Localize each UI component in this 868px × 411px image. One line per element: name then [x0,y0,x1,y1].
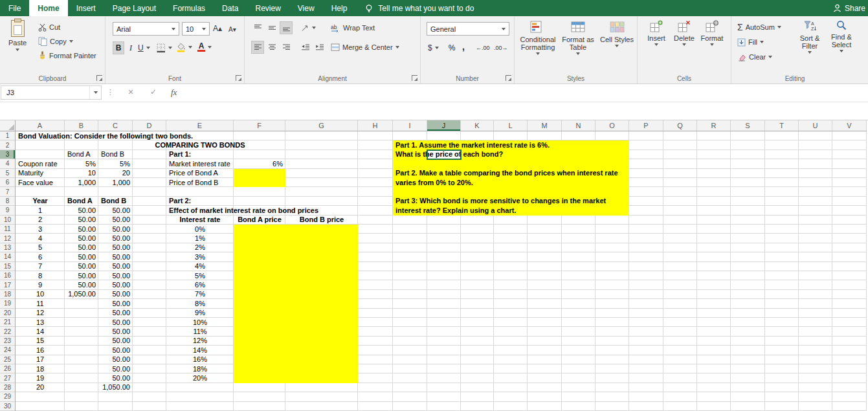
font-size-combo[interactable]: 10 [182,22,210,36]
column-header-M[interactable]: M [528,120,562,131]
cell-F10[interactable]: Bond A price [234,216,285,225]
cell-B12[interactable]: 50.00 [65,234,98,243]
tab-insert[interactable]: Insert [68,0,104,16]
cell-C12[interactable]: 50.00 [98,234,133,243]
cell-C10[interactable]: 50.00 [98,216,133,225]
cell-A22[interactable]: 14 [16,327,65,336]
cell-A8[interactable]: Year [16,197,65,206]
column-header-E[interactable]: E [166,120,234,131]
cell-E17[interactable]: 6% [166,280,234,289]
cell-A19[interactable]: 11 [16,299,65,308]
find-select-button[interactable]: Find & Select [827,20,856,52]
tab-view[interactable]: View [289,0,323,16]
name-box-dropdown[interactable] [89,86,101,99]
row-header-4[interactable]: 4 [0,159,15,168]
row-header-10[interactable]: 10 [0,216,15,225]
row-header-12[interactable]: 12 [0,234,15,243]
cell-B17[interactable]: 50.00 [65,280,98,289]
bottom-align-button[interactable] [280,21,293,34]
cell-A26[interactable]: 18 [16,364,65,373]
cell-A23[interactable]: 15 [16,337,65,346]
number-format-combo[interactable]: General [427,22,509,36]
row-header-24[interactable]: 24 [0,346,15,355]
delete-cells-button[interactable]: Delete [671,20,697,46]
cell-C14[interactable]: 50.00 [98,252,133,261]
row-header-19[interactable]: 19 [0,299,15,308]
cell-E6[interactable]: Price of Bond B [166,178,234,187]
cell-C6[interactable]: 1,000 [98,178,133,187]
column-header-R[interactable]: R [697,120,731,131]
percent-style-button[interactable]: % [447,41,457,54]
clipboard-dialog-launcher[interactable] [96,75,102,81]
row-header-27[interactable]: 27 [0,373,15,383]
cell-B14[interactable]: 50.00 [65,252,98,261]
row-header-7[interactable]: 7 [0,187,15,196]
column-header-A[interactable]: A [16,120,65,131]
font-color-button[interactable]: A [195,41,214,54]
cell-B15[interactable]: 50.00 [65,262,98,271]
copy-button[interactable]: Copy [36,35,75,48]
row-header-6[interactable]: 6 [0,178,15,187]
cell-B16[interactable]: 50.00 [65,271,98,280]
cell-E20[interactable]: 9% [166,309,234,318]
alignment-dialog-launcher[interactable] [412,75,417,81]
cell-E24[interactable]: 14% [166,346,234,355]
row-header-21[interactable]: 21 [0,318,15,327]
cell-C25[interactable]: 50.00 [98,355,133,364]
column-header-V[interactable]: V [832,120,867,131]
fill-color-button[interactable] [174,41,194,54]
cell-E14[interactable]: 3% [166,252,234,261]
column-header-K[interactable]: K [461,120,494,131]
row-header-28[interactable]: 28 [0,383,15,392]
column-header-C[interactable]: C [98,120,133,131]
cell-C22[interactable]: 50.00 [98,327,133,336]
insert-function-button[interactable]: fx [171,87,177,98]
cell-E26[interactable]: 18% [166,364,234,373]
row-header-20[interactable]: 20 [0,309,15,318]
cell-A15[interactable]: 7 [16,262,65,271]
cell-B18[interactable]: 1,050.00 [65,290,98,299]
cell-C27[interactable]: 50.00 [98,373,133,383]
cell-E3[interactable]: Part 1: [166,150,234,159]
row-header-14[interactable]: 14 [0,252,15,261]
row-header-16[interactable]: 16 [0,271,15,280]
cell-E2[interactable]: COMPARING TWO BONDS [166,140,234,150]
cell-A9[interactable]: 1 [16,206,65,215]
column-header-I[interactable]: I [393,120,427,131]
cell-C20[interactable]: 50.00 [98,309,133,318]
cell-I6[interactable]: varies from 0% to 20%. [393,178,427,187]
cell-E8[interactable]: Part 2: [166,197,234,206]
column-header-T[interactable]: T [765,120,799,131]
cell-A13[interactable]: 5 [16,243,65,252]
merge-center-button[interactable]: Merge & Center [329,41,401,54]
row-header-9[interactable]: 9 [0,206,15,215]
cell-E12[interactable]: 1% [166,234,234,243]
row-header-13[interactable]: 13 [0,243,15,252]
cell-A24[interactable]: 16 [16,346,65,355]
cell-C23[interactable]: 50.00 [98,337,133,346]
insert-cells-button[interactable]: Insert [643,20,669,46]
cell-E4[interactable]: Market interest rate [166,159,234,168]
cell-E10[interactable]: Interest rate [166,216,234,225]
cell-A12[interactable]: 4 [16,234,65,243]
row-header-11[interactable]: 11 [0,225,15,234]
cell-I3[interactable]: What is the price of each bond? [393,150,427,159]
decrease-font-size-button[interactable]: A▾ [227,23,238,36]
left-align-button[interactable] [251,41,264,54]
cell-I8[interactable]: Part 3: Which bond is more sensitive to … [393,197,427,206]
column-header-B[interactable]: B [65,120,98,131]
top-align-button[interactable] [251,21,264,34]
orientation-button[interactable] [299,21,318,34]
share-button[interactable]: Share [830,0,868,16]
cell-A10[interactable]: 2 [16,216,65,225]
cell-A4[interactable]: Coupon rate [16,159,65,168]
middle-align-button[interactable] [265,21,278,34]
cell-G10[interactable]: Bond B price [285,216,358,225]
cell-E19[interactable]: 8% [166,299,234,308]
cell-A14[interactable]: 6 [16,252,65,261]
cell-C3[interactable]: Bond B [98,150,133,159]
column-header-L[interactable]: L [494,120,528,131]
row-header-18[interactable]: 18 [0,290,15,299]
sort-filter-button[interactable]: A Z Sort & Filter [795,20,825,54]
cell-C9[interactable]: 50.00 [98,206,133,215]
